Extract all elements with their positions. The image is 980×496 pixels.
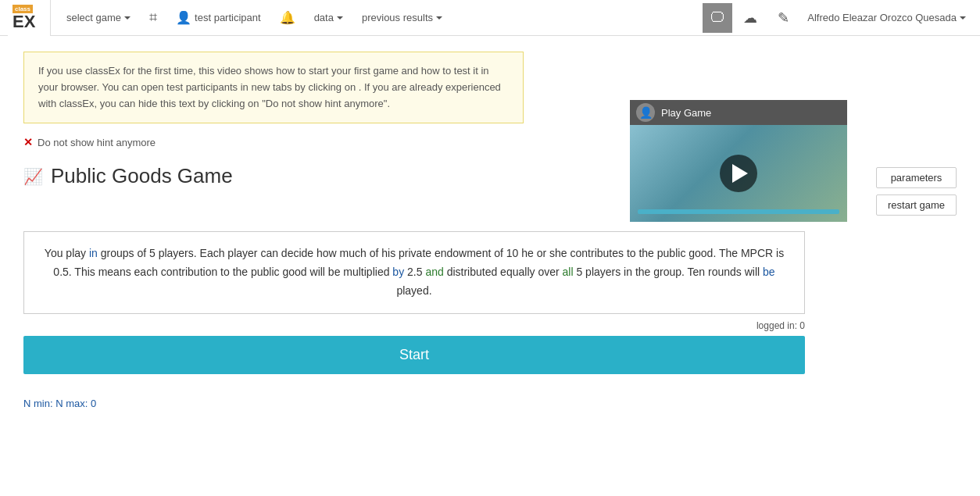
participant-label: test participant: [195, 12, 261, 23]
description-by: by: [392, 266, 404, 278]
select-game-menu[interactable]: select game: [59, 9, 138, 27]
description-box: You play in groups of 5 players. Each pl…: [23, 231, 805, 313]
parameters-button[interactable]: parameters: [876, 167, 957, 188]
chart-icon: 📈: [23, 167, 43, 186]
hint-text: If you use classEx for the first time, t…: [38, 65, 501, 109]
previous-results-label: previous results: [362, 12, 433, 23]
hint-box: If you use classEx for the first time, t…: [23, 52, 524, 123]
video-person-icon: 👤: [636, 103, 655, 122]
content-wrapper: If you use classEx for the first time, t…: [23, 52, 957, 409]
data-label: data: [314, 12, 334, 23]
game-title-text: Public Goods Game: [51, 164, 233, 188]
game-title: 📈 Public Goods Game: [23, 164, 233, 188]
n-min-max-label: N min: N max: 0: [23, 398, 96, 409]
description-all: all: [563, 266, 574, 278]
previous-results-menu[interactable]: previous results: [354, 9, 450, 27]
person-icon: 👤: [176, 10, 191, 25]
participant-item[interactable]: 👤 test participant: [168, 7, 269, 28]
video-body: [630, 125, 847, 222]
edit-icon-button[interactable]: ✎: [768, 3, 798, 33]
monitor-icon-button[interactable]: 🖵: [703, 3, 732, 33]
play-icon: [732, 164, 748, 183]
game-buttons: parameters restart game: [876, 164, 957, 216]
bell-button[interactable]: 🔔: [272, 7, 303, 28]
logo[interactable]: class EX: [8, 0, 51, 36]
select-game-label: select game: [66, 12, 121, 23]
nav-items: select game ⌗ 👤 test participant 🔔 data …: [51, 6, 703, 29]
network-icon: ☁: [743, 9, 757, 27]
navbar: class EX select game ⌗ 👤 test participan…: [0, 0, 980, 36]
data-menu[interactable]: data: [306, 9, 351, 27]
description-in: in: [89, 247, 98, 259]
previous-results-caret: [436, 16, 442, 20]
user-menu[interactable]: Alfredo Eleazar Orozco Quesada: [801, 12, 972, 23]
description-and: and: [425, 266, 443, 278]
edit-icon: ✎: [778, 9, 789, 27]
data-caret: [337, 16, 343, 20]
hide-hint-label: Do not show hint anymore: [38, 137, 156, 148]
user-caret: [960, 16, 966, 20]
logo-text: class EX: [13, 5, 35, 30]
start-button[interactable]: Start: [23, 336, 805, 374]
select-game-caret: [124, 16, 131, 20]
bell-icon: 🔔: [280, 10, 295, 25]
user-name: Alfredo Eleazar Orozco Quesada: [807, 12, 957, 23]
logged-in-row: logged in: 0: [23, 320, 805, 331]
logo-ex-label: EX: [13, 13, 35, 30]
play-button[interactable]: [720, 155, 757, 192]
network-icon-button[interactable]: ☁: [735, 3, 765, 33]
video-title: Play Game: [661, 107, 711, 119]
video-area: 👤 Play Game: [630, 100, 847, 222]
qr-icon: ⌗: [149, 9, 157, 26]
x-icon: ✕: [23, 136, 33, 148]
monitor-icon: 🖵: [710, 9, 724, 26]
nav-right: 🖵 ☁ ✎ Alfredo Eleazar Orozco Quesada: [703, 3, 972, 33]
qr-button[interactable]: ⌗: [141, 6, 165, 29]
main-content: If you use classEx for the first time, t…: [0, 36, 980, 425]
logged-in-label: logged in: 0: [756, 320, 805, 331]
restart-game-button[interactable]: restart game: [876, 194, 957, 216]
video-title-bar: 👤 Play Game: [630, 100, 847, 125]
description-be: be: [763, 266, 775, 278]
footer-row: N min: N max: 0: [23, 398, 957, 409]
